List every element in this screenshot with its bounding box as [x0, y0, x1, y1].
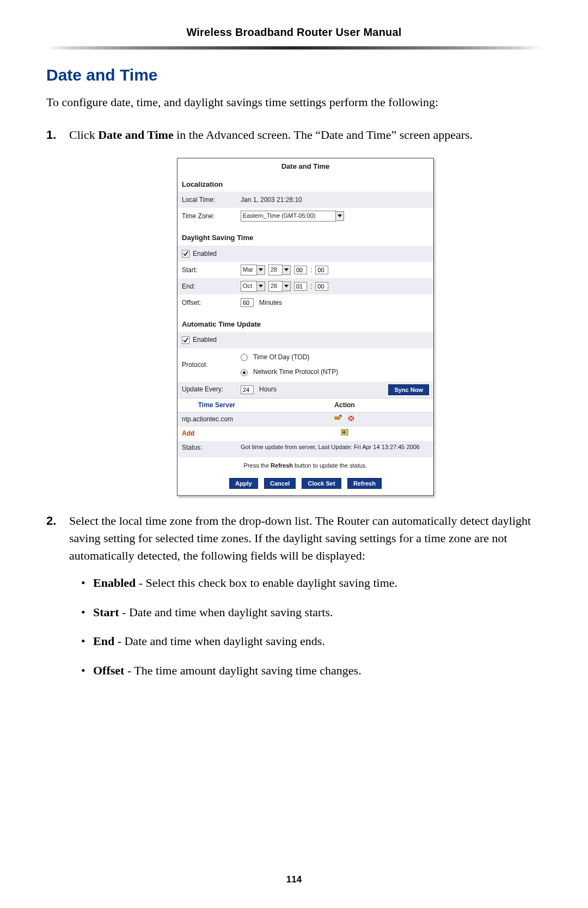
- bullet-start: Start - Date and time when daylight savi…: [81, 604, 542, 621]
- svg-marker-4: [284, 285, 289, 287]
- protocol-tod-label: Time Of Day (TOD): [253, 353, 309, 362]
- end-label: End:: [182, 282, 241, 291]
- page-header: Wireless Broadband Router User Manual: [46, 26, 542, 39]
- step-1-text-a: Click: [69, 128, 98, 142]
- page-number: 114: [0, 874, 588, 885]
- refresh-note: Press the Refresh button to update the s…: [177, 457, 433, 478]
- th-time-server: Time Server: [177, 398, 256, 412]
- local-time-value: Jan 1, 2003 21:26:10: [241, 195, 302, 205]
- atu-header: Automatic Time Update: [177, 317, 433, 332]
- svg-rect-5: [334, 416, 340, 420]
- chevron-down-icon[interactable]: [283, 281, 291, 291]
- apply-button[interactable]: Apply: [229, 478, 258, 489]
- svg-marker-2: [284, 268, 289, 271]
- protocol-ntp-radio[interactable]: [241, 369, 248, 376]
- chevron-down-icon[interactable]: [257, 265, 265, 275]
- chevron-down-icon[interactable]: [257, 281, 265, 291]
- local-time-label: Local Time:: [182, 195, 241, 205]
- th-action: Action: [256, 398, 433, 412]
- time-server-value: ntp.actiontec.com: [177, 413, 256, 426]
- refresh-button[interactable]: Refresh: [347, 478, 382, 489]
- chevron-down-icon[interactable]: [336, 211, 344, 221]
- cancel-button[interactable]: Cancel: [264, 478, 296, 489]
- date-time-screenshot: Date and Time Localization Local Time: J…: [177, 158, 434, 496]
- dst-header: Daylight Saving Time: [177, 231, 433, 246]
- end-day-select[interactable]: 28: [268, 281, 291, 292]
- step-2-text: Select the local time zone from the drop…: [69, 514, 531, 562]
- localization-header: Localization: [177, 177, 433, 192]
- offset-unit: Minutes: [254, 298, 282, 308]
- start-hour-input[interactable]: [294, 266, 307, 274]
- timezone-value: Eastern_Time (GMT-05:00): [241, 211, 336, 222]
- timezone-label: Time Zone:: [182, 212, 241, 221]
- protocol-label: Protocol:: [182, 353, 241, 370]
- clock-set-button[interactable]: Clock Set: [302, 478, 341, 489]
- status-label: Status:: [182, 443, 241, 452]
- step-2: Select the local time zone from the drop…: [46, 512, 542, 679]
- svg-marker-0: [338, 214, 342, 217]
- atu-enabled-checkbox[interactable]: [182, 336, 189, 344]
- intro-text: To configure date, time, and daylight sa…: [46, 94, 542, 111]
- step-1-text-c: in the Advanced screen. The “Date and Ti…: [174, 128, 473, 142]
- start-label: Start:: [182, 266, 241, 275]
- chevron-down-icon[interactable]: [283, 265, 291, 275]
- update-every-input[interactable]: [241, 385, 254, 394]
- delete-icon[interactable]: [347, 415, 355, 424]
- end-hour-input[interactable]: [294, 282, 307, 291]
- end-min-input[interactable]: [315, 282, 328, 291]
- step-1: Click Date and Time in the Advanced scre…: [46, 126, 542, 496]
- start-month-select[interactable]: Mar: [241, 265, 265, 275]
- server-table-header: Time Server Action: [177, 398, 433, 413]
- bullet-enabled: Enabled - Select this check box to enabl…: [81, 574, 542, 592]
- bullet-end: End - Date and time when daylight saving…: [81, 633, 542, 650]
- status-value: Got time update from server, Last Update…: [241, 443, 420, 451]
- dst-enabled-label: Enabled: [193, 249, 217, 259]
- update-unit: Hours: [254, 385, 277, 394]
- sync-now-button[interactable]: Sync Now: [388, 384, 429, 395]
- bullet-offset: Offset - The time amount daylight saving…: [81, 662, 542, 679]
- time-colon: :: [307, 282, 315, 291]
- update-every-label: Update Every:: [182, 385, 241, 394]
- offset-input[interactable]: [241, 298, 254, 307]
- section-title: Date and Time: [46, 66, 542, 84]
- dst-enabled-checkbox[interactable]: [182, 250, 189, 257]
- end-month-select[interactable]: Oct: [241, 281, 265, 292]
- svg-rect-12: [342, 432, 346, 433]
- start-day-select[interactable]: 28: [268, 265, 291, 275]
- add-link[interactable]: Add: [182, 430, 194, 437]
- svg-marker-1: [259, 268, 263, 271]
- header-rule: [46, 46, 542, 50]
- add-icon[interactable]: [340, 430, 349, 438]
- start-min-input[interactable]: [315, 266, 328, 274]
- svg-marker-3: [259, 285, 263, 287]
- atu-enabled-label: Enabled: [193, 335, 217, 345]
- edit-icon[interactable]: [334, 415, 342, 424]
- time-colon: :: [307, 266, 315, 275]
- protocol-tod-radio[interactable]: [241, 354, 248, 361]
- protocol-ntp-label: Network Time Protocol (NTP): [253, 367, 338, 377]
- timezone-select[interactable]: Eastern_Time (GMT-05:00): [241, 211, 344, 222]
- offset-label: Offset:: [182, 298, 241, 308]
- panel-title: Date and Time: [177, 158, 433, 175]
- step-1-bold: Date and Time: [98, 128, 174, 142]
